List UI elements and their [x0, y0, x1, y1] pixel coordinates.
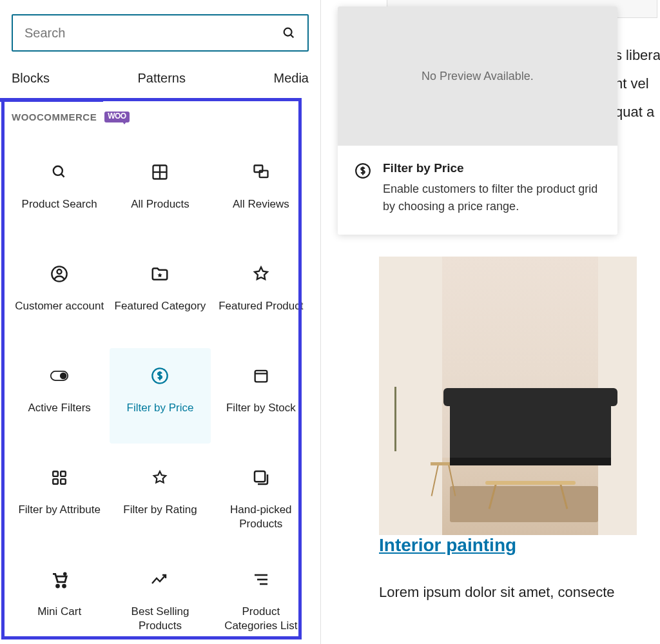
block-filter-by-stock[interactable]: Filter by Stock: [211, 348, 311, 444]
block-label: Active Filters: [28, 401, 91, 415]
svg-line-3: [61, 174, 64, 177]
svg-rect-18: [53, 479, 58, 484]
block-active-filters[interactable]: Active Filters: [9, 348, 110, 444]
chat-icon: [251, 162, 271, 182]
box-icon: [251, 366, 271, 385]
tab-patterns[interactable]: Patterns: [137, 71, 185, 86]
tooltip-title: Filter by Price: [383, 161, 601, 175]
search-icon: [282, 26, 296, 40]
tooltip-description: Enable customers to filter the product g…: [383, 181, 601, 215]
block-customer-account[interactable]: Customer account: [9, 246, 110, 342]
svg-rect-14: [255, 371, 267, 382]
svg-point-22: [63, 585, 66, 587]
block-product-categories-list[interactable]: Product Categories List: [211, 552, 311, 644]
tab-blocks[interactable]: Blocks: [12, 71, 50, 86]
cart-icon: [50, 570, 69, 589]
block-filter-by-rating[interactable]: Filter by Rating: [110, 450, 210, 545]
svg-rect-16: [53, 471, 58, 476]
block-preview-tooltip: No Preview Available. Filter by Price En…: [338, 6, 617, 235]
star-icon: [251, 264, 271, 284]
star-outline-icon: [150, 468, 170, 487]
dollar-circle-icon: [354, 162, 371, 179]
folder-star-icon: [150, 264, 170, 284]
post-excerpt: Lorem ipsum dolor sit amet, consecte: [379, 584, 660, 601]
block-all-reviews[interactable]: All Reviews: [211, 144, 311, 240]
block-label: All Reviews: [233, 197, 289, 211]
block-filter-by-price[interactable]: Filter by Price: [110, 348, 210, 444]
block-best-selling-products[interactable]: Best Selling Products: [110, 552, 210, 644]
block-filter-by-attribute[interactable]: Filter by Attribute: [9, 450, 110, 545]
block-label: Best Selling Products: [113, 605, 206, 633]
svg-point-21: [57, 585, 59, 587]
tab-media[interactable]: Media: [274, 71, 309, 86]
section-title: WOOCOMMERCE: [12, 112, 97, 122]
block-label: Filter by Attribute: [18, 503, 101, 517]
svg-rect-20: [255, 471, 265, 482]
block-featured-category[interactable]: Featured Category: [110, 246, 210, 342]
block-hand-picked-products[interactable]: Hand-picked Products: [211, 450, 311, 545]
post-featured-image: [379, 257, 637, 535]
block-label: Mini Cart: [37, 605, 81, 619]
blocks-grid: Product Search All Products All Reviews …: [0, 128, 320, 644]
block-all-products[interactable]: All Products: [110, 144, 210, 240]
block-inserter-panel: Blocks Patterns Media WOOCOMMERCE Woo Pr…: [0, 0, 321, 644]
block-label: All Products: [131, 197, 189, 211]
stack-icon: [251, 468, 271, 487]
dollar-circle-icon: [150, 366, 170, 385]
search-box[interactable]: [12, 14, 309, 52]
block-label: Filter by Stock: [226, 401, 296, 415]
block-label: Filter by Price: [127, 401, 194, 415]
block-label: Filter by Rating: [123, 503, 197, 517]
block-label: Hand-picked Products: [215, 503, 307, 531]
block-label: Featured Category: [115, 299, 206, 313]
search-input[interactable]: [24, 26, 282, 41]
editor-canvas: No Preview Available. Filter by Price En…: [338, 0, 660, 601]
preview-placeholder: No Preview Available.: [338, 6, 617, 146]
list-icon: [251, 570, 271, 589]
grid-small-icon: [50, 468, 69, 487]
svg-point-0: [284, 28, 292, 36]
block-mini-cart[interactable]: Mini Cart: [9, 552, 110, 644]
block-label: Product Categories List: [215, 605, 307, 633]
person-circle-icon: [50, 264, 69, 284]
search-icon: [50, 162, 69, 182]
svg-point-12: [61, 373, 66, 379]
svg-point-10: [57, 269, 62, 274]
woo-badge-icon: Woo: [104, 112, 130, 122]
svg-rect-19: [61, 479, 66, 484]
inserter-tabs: Blocks Patterns Media: [0, 57, 320, 95]
toggle-icon: [50, 366, 69, 385]
trend-up-icon: [150, 570, 170, 589]
svg-line-1: [291, 35, 293, 37]
svg-rect-17: [61, 471, 66, 476]
block-label: Product Search: [22, 197, 97, 211]
grid-icon: [150, 162, 170, 182]
block-label: Featured Product: [218, 299, 303, 313]
active-tab-indicator: [0, 98, 103, 102]
post-title-link[interactable]: Interior painting: [379, 535, 516, 555]
block-product-search[interactable]: Product Search: [9, 144, 110, 240]
svg-point-23: [63, 572, 67, 576]
block-label: Customer account: [15, 299, 104, 313]
block-featured-product[interactable]: Featured Product: [211, 246, 311, 342]
